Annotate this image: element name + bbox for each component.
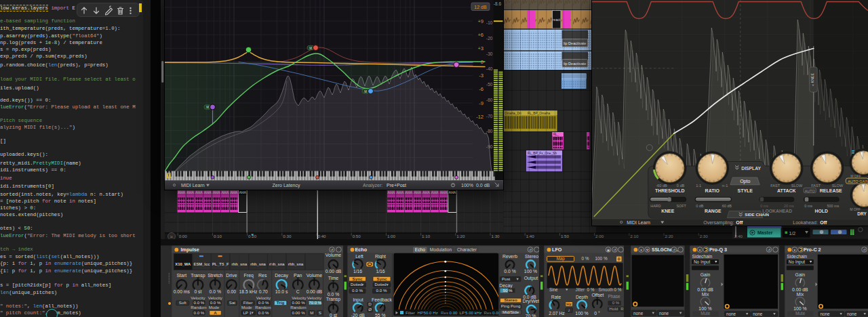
svg-text:55 %: 55 % xyxy=(375,313,386,317)
svg-text:FAST: FAST xyxy=(770,184,781,188)
svg-text:-8.6: -8.6 xyxy=(494,1,502,6)
svg-text:Depth: Depth xyxy=(576,295,588,300)
svg-text:↺: ↺ xyxy=(863,248,865,252)
svg-text:Jitter: Jitter xyxy=(576,287,585,292)
svg-text:-12: -12 xyxy=(476,114,484,120)
svg-text:M: M xyxy=(309,47,312,50)
svg-text:70 %: 70 % xyxy=(526,314,536,317)
svg-text:1/16: 1/16 xyxy=(376,269,384,274)
svg-text:↺: ↺ xyxy=(768,248,770,252)
svg-text:≈: ≈ xyxy=(170,234,173,239)
svg-text:Mode: Mode xyxy=(241,305,252,310)
svg-text:Echo: Echo xyxy=(355,247,368,253)
svg-text:100 %: 100 % xyxy=(793,306,806,311)
svg-text:2:10: 2:10 xyxy=(630,234,639,238)
svg-text:Velocity: Velocity xyxy=(256,295,271,300)
svg-text:FL_: FL_ xyxy=(553,133,559,136)
svg-text:1:20: 1:20 xyxy=(456,234,465,238)
svg-text:AHA: AHA xyxy=(449,190,456,194)
svg-text:10.0 s: 10.0 s xyxy=(275,289,288,294)
svg-text:LFO: LFO xyxy=(552,247,562,253)
svg-text:0 %: 0 % xyxy=(581,256,589,261)
svg-text:AHA: AHA xyxy=(396,190,403,194)
svg-text:-60: -60 xyxy=(486,98,493,102)
svg-text:Random: Random xyxy=(191,305,206,310)
svg-text:▣: ▣ xyxy=(607,248,610,252)
svg-text:AHA: AHA xyxy=(178,190,185,194)
svg-text:AHA: AHA xyxy=(388,190,395,194)
svg-text:Mix: Mix xyxy=(797,292,804,297)
svg-text:AUTO: AUTO xyxy=(804,189,814,193)
svg-text:60 dB: 60 dB xyxy=(722,204,731,208)
svg-text:Rate: Rate xyxy=(551,295,561,299)
svg-text:Dotted: Dotted xyxy=(375,282,387,287)
svg-text:none: none xyxy=(753,312,763,316)
svg-text:Echo: Echo xyxy=(415,247,425,252)
svg-text:Volume: Volume xyxy=(307,273,322,278)
svg-text:none: none xyxy=(633,311,644,316)
svg-text:Volume: Volume xyxy=(326,253,341,257)
svg-text:AUTO GAIN: AUTO GAIN xyxy=(848,179,868,184)
svg-text:Freq: Freq xyxy=(244,273,254,278)
svg-text:AHA: AHA xyxy=(440,190,448,194)
svg-text:none: none xyxy=(726,312,736,316)
svg-text:Pro-C 2: Pro-C 2 xyxy=(804,247,821,253)
svg-text:Velocity: Velocity xyxy=(208,295,223,300)
svg-text:rhh_sna: rhh_sna xyxy=(288,262,304,266)
svg-text:Hz: Hz xyxy=(566,301,572,306)
svg-text:0.0 %: 0.0 % xyxy=(194,310,205,315)
svg-text:0.0 %: 0.0 % xyxy=(376,288,387,293)
svg-text:Dry/Wet: Dry/Wet xyxy=(523,299,540,304)
svg-text:Sat: Sat xyxy=(229,300,236,305)
svg-text:lip Deactivate: lip Deactivate xyxy=(564,41,587,45)
svg-text:12 dB: 12 dB xyxy=(474,5,487,9)
svg-text:AHA: AHA xyxy=(186,190,194,194)
svg-text:0 %: 0 % xyxy=(612,300,620,305)
svg-text:Pan: Pan xyxy=(294,273,302,278)
svg-text:Ø: Ø xyxy=(368,307,372,312)
svg-text:0.00: 0.00 xyxy=(450,310,458,315)
svg-text:-10: -10 xyxy=(486,20,493,25)
svg-text:100 %: 100 % xyxy=(698,306,711,311)
svg-text:Stereo: Stereo xyxy=(525,254,538,259)
svg-text:C: C xyxy=(296,289,300,294)
svg-text:react: react xyxy=(553,18,561,22)
svg-text:Res: Res xyxy=(484,310,492,315)
svg-text:HOLD: HOLD xyxy=(814,209,827,213)
svg-text:0.00: 0.00 xyxy=(227,289,236,294)
svg-text:0 st: 0 st xyxy=(330,313,337,317)
svg-text:AHA: AHA xyxy=(213,190,220,194)
svg-text:« KNEE: « KNEE xyxy=(810,73,814,86)
svg-text:Dotted: Dotted xyxy=(351,282,362,287)
svg-text:STYLE: STYLE xyxy=(737,188,753,193)
svg-text:Sine: Sine xyxy=(549,287,558,292)
svg-text:Gain: Gain xyxy=(701,272,711,277)
svg-text:Res: Res xyxy=(258,273,267,278)
svg-text:Master: Master xyxy=(757,230,773,235)
svg-text:Velocity: Velocity xyxy=(292,295,307,300)
svg-text:Trig: Trig xyxy=(277,300,285,305)
svg-text:Random: Random xyxy=(255,305,271,310)
svg-text:Oversampling:: Oversampling: xyxy=(703,220,734,226)
svg-text:Sync: Sync xyxy=(353,276,363,281)
svg-text:AHA: AHA xyxy=(195,190,203,194)
svg-text:LP 1: LP 1 xyxy=(243,310,252,315)
svg-text:none: none xyxy=(659,311,669,316)
svg-text:Lookahead:: Lookahead: xyxy=(793,220,818,225)
svg-text:-6: -6 xyxy=(479,86,484,92)
svg-text:Opto: Opto xyxy=(740,179,750,184)
svg-text:Smooth: Smooth xyxy=(599,287,614,292)
svg-text:∞:1: ∞:1 xyxy=(722,184,728,188)
svg-text:Sidechain: Sidechain xyxy=(787,254,807,259)
svg-text:rhh_sna: rhh_sna xyxy=(250,262,266,266)
svg-text:Phase: Phase xyxy=(608,294,620,299)
svg-text:100 %: 100 % xyxy=(524,269,537,274)
svg-text:Character: Character xyxy=(457,247,477,252)
svg-text:SIDE CHAIN: SIDE CHAIN xyxy=(745,212,769,217)
svg-text:PL_TS_F: PL_TS_F xyxy=(212,262,229,266)
svg-text:1:00: 1:00 xyxy=(387,234,396,238)
svg-text:5.00 kHz: 5.00 kHz xyxy=(465,310,481,315)
svg-text:AHA: AHA xyxy=(204,190,212,194)
svg-text:0.00 dB: 0.00 dB xyxy=(792,287,808,292)
svg-text:Analyzer:: Analyzer: xyxy=(363,183,382,188)
